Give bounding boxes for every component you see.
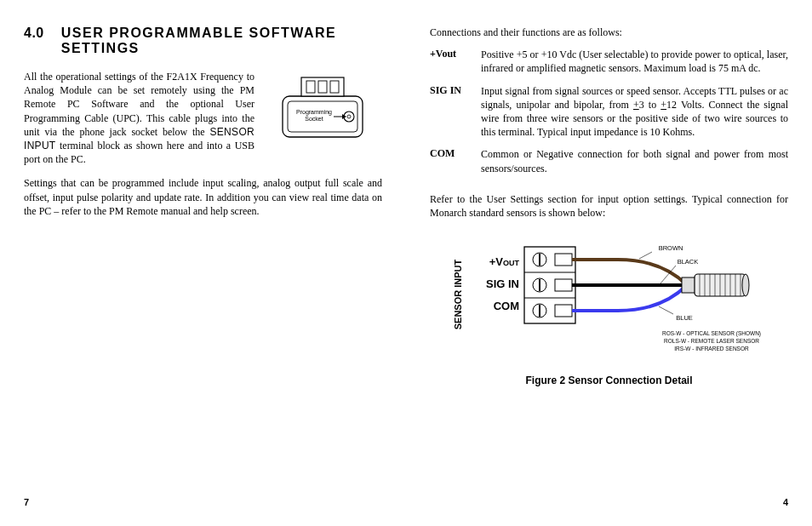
blue-label: BLUE <box>676 314 693 322</box>
para-after-defs: Refer to the User Settings section for i… <box>430 192 788 220</box>
intro-part-c: terminal block as shown here and into a … <box>24 140 254 165</box>
def-row-sigin: SIG IN Input signal from signal sources … <box>430 84 788 140</box>
desc-c: 3 to <box>639 99 661 111</box>
svg-line-33 <box>639 252 652 259</box>
note-3: IRS-W - INFRARED SENSOR <box>674 346 749 352</box>
svg-rect-20 <box>555 279 572 291</box>
def-desc: Input signal from signal sources or spee… <box>481 84 788 140</box>
svg-rect-3 <box>306 81 315 93</box>
blue-wire <box>572 286 686 311</box>
vout-sub: OUT <box>503 259 520 267</box>
right-column: Connections and their functions are as f… <box>406 26 788 507</box>
pm-sym-1: + <box>633 99 639 111</box>
svg-line-35 <box>659 306 673 314</box>
svg-point-7 <box>347 115 351 118</box>
svg-rect-10 <box>524 247 575 323</box>
svg-point-32 <box>742 274 749 296</box>
brown-wire <box>572 260 686 284</box>
sensor-input-vertical-label: SENSOR INPUT <box>453 260 463 330</box>
screw-icon <box>533 253 546 266</box>
intro-block: All the operational settings of the F2A1… <box>24 70 382 166</box>
socket-label-line2: Socket <box>305 116 323 122</box>
note-1: ROS-W - OPTICAL SENSOR (SHOWN) <box>661 330 760 337</box>
brown-label: BROWN <box>658 244 683 252</box>
svg-rect-19 <box>555 254 572 266</box>
section-title: USER PROGRAMMABLE SOFTWARE SETTINGS <box>61 26 382 56</box>
def-desc: Common or Negative connection for both s… <box>481 147 788 174</box>
svg-rect-4 <box>318 81 327 93</box>
paragraph-2: Settings that can be programmed include … <box>24 176 382 218</box>
page-number-left: 7 <box>24 497 382 507</box>
screw-icon <box>533 304 546 317</box>
def-term: SIG IN <box>430 84 471 140</box>
svg-rect-21 <box>555 305 572 317</box>
left-column: 4.0 USER PROGRAMMABLE SOFTWARE SETTINGS … <box>24 26 406 507</box>
def-desc: Positive +5 or +10 Vdc (User selectable)… <box>481 48 788 75</box>
programming-socket-figure: Programming Socket <box>263 70 382 146</box>
com-label: COM <box>493 300 518 312</box>
page-number-right: 4 <box>430 497 788 507</box>
intro-text: All the operational settings of the F2A1… <box>24 70 254 166</box>
svg-rect-22 <box>682 277 695 293</box>
definition-list: +Vout Positive +5 or +10 Vdc (User selec… <box>430 48 788 184</box>
sensor-connection-figure: SENSOR INPUT +V OUT SIG IN COM <box>430 235 788 363</box>
note-2: ROLS-W - REMOTE LASER SENSOR <box>664 338 759 344</box>
section-number: 4.0 <box>24 26 44 56</box>
def-term: COM <box>430 147 471 174</box>
svg-rect-5 <box>330 81 339 93</box>
def-row-vout: +Vout Positive +5 or +10 Vdc (User selec… <box>430 48 788 75</box>
sensor-connection-diagram-icon: SENSOR INPUT +V OUT SIG IN COM <box>448 235 771 363</box>
connections-intro: Connections and their functions are as f… <box>430 26 788 39</box>
socket-diagram-icon: Programming Socket <box>267 72 378 145</box>
figure-caption: Figure 2 Sensor Connection Detail <box>430 374 788 386</box>
sigin-label: SIG IN <box>485 277 518 290</box>
section-heading: 4.0 USER PROGRAMMABLE SOFTWARE SETTINGS <box>24 26 382 56</box>
black-label: BLACK <box>677 258 698 266</box>
def-row-com: COM Common or Negative connection for bo… <box>430 147 788 174</box>
def-term: +Vout <box>430 48 471 75</box>
screw-icon <box>533 278 546 292</box>
vout-label: +V <box>489 255 503 268</box>
socket-label-line1: Programming <box>296 109 332 116</box>
